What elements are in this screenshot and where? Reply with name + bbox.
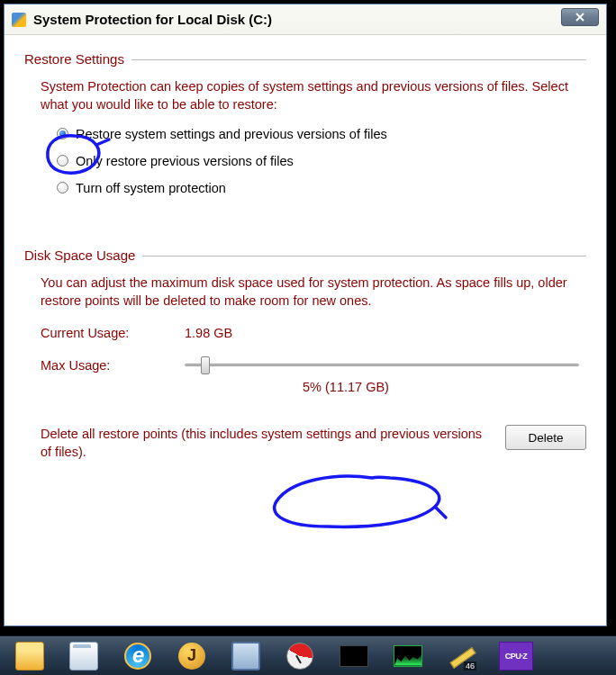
max-usage-row: Max Usage: xyxy=(41,355,586,376)
terminal-icon xyxy=(340,645,368,667)
taskbar-taskmgr[interactable] xyxy=(382,639,434,673)
restore-radio-group: Restore system settings and previous ver… xyxy=(57,127,586,195)
taskbar-cpuz[interactable]: CPU·Z xyxy=(490,639,542,673)
taskbar-terminal[interactable] xyxy=(328,639,380,673)
max-usage-slider[interactable] xyxy=(185,355,579,376)
close-icon xyxy=(575,13,584,22)
delete-button-label: Delete xyxy=(528,431,563,445)
folder-icon xyxy=(15,642,44,670)
taskbar-explorer[interactable] xyxy=(4,639,56,673)
taskbar[interactable]: J CPU·Z xyxy=(0,635,616,675)
taskbar-remote-desktop[interactable] xyxy=(220,639,272,673)
titlebar[interactable]: System Protection for Local Disk (C:) xyxy=(5,4,606,35)
radio-label: Turn off system protection xyxy=(76,181,226,195)
radio-restore-all[interactable]: Restore system settings and previous ver… xyxy=(57,127,586,141)
current-usage-label: Current Usage: xyxy=(41,326,185,340)
system-protection-dialog: System Protection for Local Disk (C:) Re… xyxy=(4,4,607,626)
cpuz-icon: CPU·Z xyxy=(499,642,533,670)
notepad-icon xyxy=(69,642,98,670)
delete-button[interactable]: Delete xyxy=(505,425,586,450)
radio-label: Only restore previous versions of files xyxy=(76,154,294,168)
restore-settings-heading: Restore Settings xyxy=(24,51,124,67)
j-icon: J xyxy=(178,643,205,670)
radio-icon xyxy=(57,128,68,140)
dialog-content: Restore Settings System Protection can k… xyxy=(5,35,606,472)
divider xyxy=(131,59,586,60)
graph-icon xyxy=(394,645,422,667)
taskbar-notepad[interactable] xyxy=(58,639,110,673)
disk-usage-group: Disk Space Usage xyxy=(24,248,586,265)
gauge-icon xyxy=(286,643,313,670)
taskbar-ie[interactable] xyxy=(112,639,164,673)
taskbar-gauge-app[interactable] xyxy=(274,639,326,673)
taskbar-temp-app[interactable] xyxy=(436,639,488,673)
restore-settings-group: Restore Settings xyxy=(24,51,586,68)
slider-track xyxy=(185,364,579,366)
radio-icon xyxy=(57,182,68,194)
slider-thumb[interactable] xyxy=(201,356,210,374)
radio-label: Restore system settings and previous ver… xyxy=(76,127,387,141)
max-usage-value: 5% (11.17 GB) xyxy=(105,380,586,394)
radio-icon xyxy=(57,155,68,166)
window-title: System Protection for Local Disk (C:) xyxy=(33,12,272,27)
ruler-icon xyxy=(448,642,476,670)
delete-row: Delete all restore points (this includes… xyxy=(41,425,586,462)
radio-restore-versions-only[interactable]: Only restore previous versions of files xyxy=(57,154,586,168)
delete-description: Delete all restore points (this includes… xyxy=(41,425,484,462)
taskbar-j-app[interactable]: J xyxy=(166,639,218,673)
monitor-icon xyxy=(231,642,260,670)
close-button[interactable] xyxy=(561,8,599,26)
ie-icon xyxy=(124,643,151,670)
restore-description: System Protection can keep copies of sys… xyxy=(41,77,586,114)
radio-turn-off[interactable]: Turn off system protection xyxy=(57,181,586,195)
annotation-circle-value xyxy=(264,471,453,534)
shield-icon xyxy=(12,13,26,27)
current-usage-row: Current Usage: 1.98 GB xyxy=(41,326,586,340)
disk-usage-description: You can adjust the maximum disk space us… xyxy=(41,274,586,310)
disk-usage-heading: Disk Space Usage xyxy=(24,248,135,263)
current-usage-value: 1.98 GB xyxy=(185,326,232,340)
max-usage-label: Max Usage: xyxy=(41,358,185,373)
divider xyxy=(142,256,586,256)
